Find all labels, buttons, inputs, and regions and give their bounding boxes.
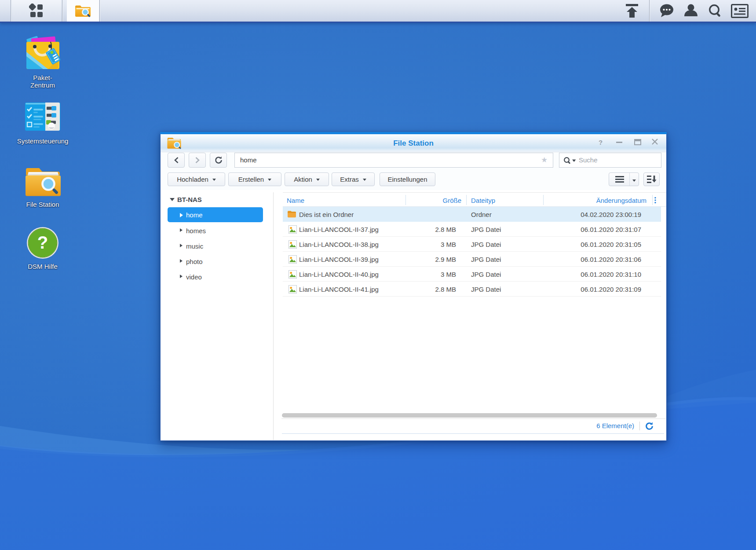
svg-text:?: ? bbox=[37, 233, 48, 252]
